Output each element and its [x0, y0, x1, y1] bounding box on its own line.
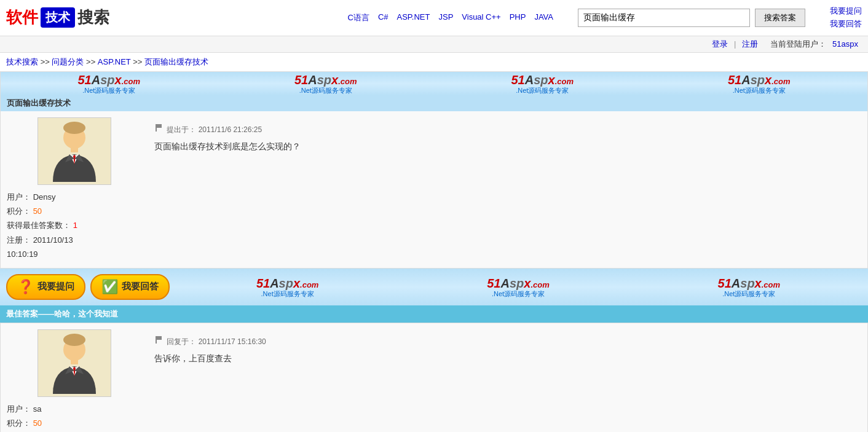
svg-point-6	[63, 334, 85, 346]
question-text: 页面输出缓存技术到底是怎么实现的？	[154, 141, 855, 152]
ask-btn-label: 我要提问	[37, 281, 74, 293]
q-user-score: 50	[33, 206, 42, 216]
q-user-score-row: 积分： 50	[7, 204, 142, 218]
logo-search: 搜索	[77, 7, 109, 28]
breadcrumb-tech-search[interactable]: 技术搜索	[6, 57, 38, 66]
current-user[interactable]: 51aspx	[832, 39, 858, 49]
topbar-divider: |	[734, 39, 736, 49]
topbar: 登录 | 注册 当前登陆用户： 51aspx	[0, 36, 868, 53]
nav-php[interactable]: PHP	[510, 12, 526, 23]
watermark-sub-4: .Net源码服务专家	[733, 87, 786, 94]
watermark-1: 51Aspx.com .Net源码服务专家	[1, 73, 218, 94]
search-area: 搜索答案	[578, 9, 805, 27]
question-content: 提出于： 2011/11/6 21:26:25 页面输出缓存技术到底是怎么实现的…	[148, 117, 861, 262]
q-user-register-row: 注册： 2011/10/13	[7, 233, 142, 247]
breadcrumb-page[interactable]: 页面输出缓存技术	[144, 57, 208, 66]
login-link[interactable]: 登录	[712, 39, 728, 49]
ask-link[interactable]: 我要提问	[830, 5, 862, 18]
nav-jsp[interactable]: JSP	[438, 12, 453, 23]
answer-avatar-image	[41, 332, 108, 394]
best-answer-header: 最佳答案——哈哈，这个我知道	[0, 305, 868, 323]
answer-sidebar: 用户： sa 积分： 50 获得最佳答案数： 1	[7, 329, 142, 432]
watermark-3: 51Aspx.com .Net源码服务专家	[434, 73, 651, 94]
q-user-best: 1	[73, 221, 77, 230]
nav-clang[interactable]: C语言	[348, 12, 369, 23]
answer-icon: ✅	[101, 279, 118, 295]
answer-block: 用户： sa 积分： 50 获得最佳答案数： 1	[0, 323, 868, 432]
q-user-register-time: 10:10:19	[7, 247, 142, 261]
svg-rect-2	[71, 147, 78, 152]
breadcrumb-category[interactable]: 问题分类	[52, 57, 84, 66]
current-user-label: 当前登陆用户：	[770, 39, 826, 49]
answer-user-info: 用户： sa 积分： 50 获得最佳答案数： 1	[7, 402, 142, 432]
top-nav: C语言 C# ASP.NET JSP Visual C++ PHP JAVA	[348, 12, 554, 23]
question-meta: 提出于： 2011/11/6 21:26:25	[154, 124, 855, 135]
answer-content: 回复于： 2011/11/17 15:16:30 告诉你，上百度查去	[148, 329, 861, 432]
breadcrumb-aspnet[interactable]: ASP.NET	[98, 57, 131, 66]
nav-java[interactable]: JAVA	[534, 12, 553, 23]
a-user-name: sa	[33, 404, 42, 414]
question-user-info: 用户： Densy 积分： 50 获得最佳答案数： 1 注册： 2011/10/…	[7, 190, 142, 262]
answer-text: 告诉你，上百度查去	[154, 353, 855, 364]
svg-rect-4	[157, 124, 162, 128]
question-posted-at: 2011/11/6 21:26:25	[199, 125, 262, 134]
breadcrumb-sep2: >>	[86, 57, 98, 66]
a-user-score: 50	[33, 418, 42, 428]
answer-body: 用户： sa 积分： 50 获得最佳答案数： 1	[1, 323, 867, 432]
action-bar: ❓ 我要提问 ✅ 我要回答 51Aspx.com .Net源码服务专家 51As…	[0, 269, 868, 305]
answer-btn-label: 我要回答	[122, 281, 159, 293]
svg-point-1	[63, 122, 85, 134]
q-user-register: 2011/10/13	[33, 235, 73, 245]
logo-tech: 技术	[41, 7, 75, 28]
search-input[interactable]	[578, 9, 750, 27]
answer-section: 最佳答案——哈哈，这个我知道	[0, 305, 868, 432]
question-header: 页面输出缓存技术	[1, 95, 867, 111]
nav-vcpp[interactable]: Visual C++	[462, 12, 500, 23]
q-user-name: Densy	[33, 192, 56, 202]
watermark-banner: 51Aspx.com .Net源码服务专家 51Aspx.com .Net源码服…	[1, 72, 867, 95]
register-link[interactable]: 注册	[742, 39, 758, 49]
watermark-sub-2: .Net源码服务专家	[299, 87, 352, 94]
svg-rect-7	[71, 359, 78, 364]
action-watermark-1: 51Aspx.com .Net源码服务专家	[175, 269, 400, 305]
watermark-4: 51Aspx.com .Net源码服务专家	[651, 73, 868, 94]
ask-icon: ❓	[17, 279, 34, 295]
question-block: 51Aspx.com .Net源码服务专家 51Aspx.com .Net源码服…	[0, 71, 868, 269]
answer-replied-at: 2011/11/17 15:16:30	[199, 337, 266, 346]
a-user-score-row: 积分： 50	[7, 416, 142, 430]
watermark-sub-3: .Net源码服务专家	[516, 87, 569, 94]
logo-soft: 软件	[6, 7, 38, 28]
a-user-name-row: 用户： sa	[7, 402, 142, 416]
nav-aspnet[interactable]: ASP.NET	[397, 12, 430, 23]
topbar-divider2	[764, 39, 768, 49]
answer-meta: 回复于： 2011/11/17 15:16:30	[154, 336, 855, 347]
q-user-best-row: 获得最佳答案数： 1	[7, 218, 142, 232]
ask-button[interactable]: ❓ 我要提问	[6, 274, 85, 300]
watermark-sub-1: .Net源码服务专家	[82, 87, 135, 94]
post-flag-icon	[154, 124, 163, 132]
search-button[interactable]: 搜索答案	[755, 9, 805, 27]
question-avatar	[37, 117, 111, 185]
svg-rect-3	[156, 124, 157, 132]
right-links: 我要提问 我要回答	[830, 5, 862, 31]
breadcrumb-sep3: >>	[133, 57, 144, 66]
answer-flag-icon	[154, 336, 163, 344]
svg-rect-9	[157, 336, 162, 340]
question-body: 用户： Densy 积分： 50 获得最佳答案数： 1 注册： 2011/10/…	[1, 111, 867, 268]
question-sidebar: 用户： Densy 积分： 50 获得最佳答案数： 1 注册： 2011/10/…	[7, 117, 142, 262]
breadcrumb: 技术搜索 >> 问题分类 >> ASP.NET >> 页面输出缓存技术	[0, 53, 868, 71]
nav-csharp[interactable]: C#	[378, 12, 389, 23]
answer-avatar	[37, 329, 111, 397]
svg-rect-8	[156, 336, 157, 344]
watermark-2: 51Aspx.com .Net源码服务专家	[218, 73, 435, 94]
avatar-image	[41, 120, 108, 182]
breadcrumb-sep1: >>	[41, 57, 52, 66]
answer-link[interactable]: 我要回答	[830, 18, 862, 31]
q-user-name-row: 用户： Densy	[7, 190, 142, 204]
action-watermark-2: 51Aspx.com .Net源码服务专家	[405, 269, 631, 305]
logo: 软件 技术 搜索	[6, 7, 166, 28]
action-watermark-3: 51Aspx.com .Net源码服务专家	[636, 269, 862, 305]
answer-button[interactable]: ✅ 我要回答	[90, 274, 170, 300]
